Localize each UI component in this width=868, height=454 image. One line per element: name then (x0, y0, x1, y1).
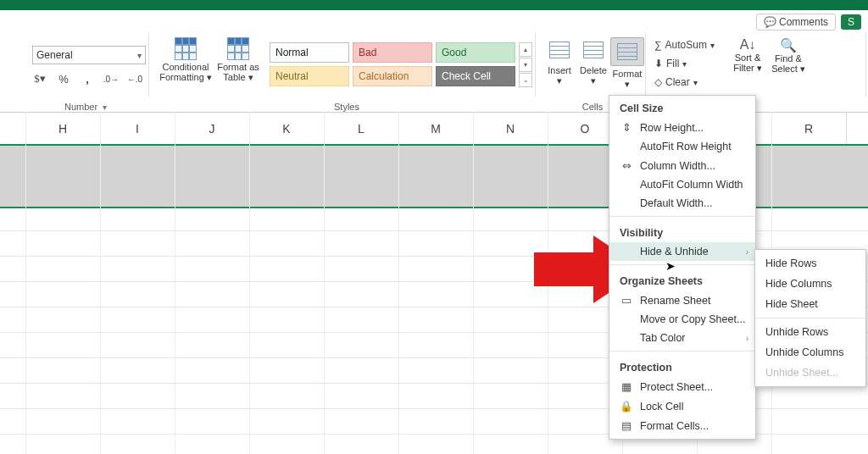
format-menu[interactable]: Cell Size⇕Row Height...AutoFit Row Heigh… (609, 95, 756, 440)
sort-filter-button[interactable]: A↓ Sort & Filter ▾ (727, 37, 768, 74)
conditional-formatting-icon (170, 34, 201, 59)
menu-item-rename-sheet[interactable]: ▭Rename Sheet (609, 291, 755, 310)
column-header[interactable]: L (324, 113, 399, 145)
submenu-arrow-icon: › (746, 334, 748, 343)
menu-item-icon: 🔒 (620, 400, 633, 412)
submenu-item-hide-sheet[interactable]: Hide Sheet (755, 294, 865, 314)
title-bar (0, 0, 868, 10)
submenu-item-unhide-columns[interactable]: Unhide Columns (755, 342, 865, 363)
submenu-item-unhide-sheet-: Unhide Sheet... (755, 363, 865, 383)
submenu-item-hide-rows[interactable]: Hide Rows (755, 253, 865, 274)
number-icons-row: $▾ % , .0→ ←.0 (32, 71, 142, 86)
chevron-down-icon: ▾ (693, 78, 698, 87)
submenu-arrow-icon: › (746, 247, 748, 257)
menu-item-label: Tab Color (640, 332, 686, 344)
percent-format-icon[interactable]: % (56, 71, 71, 86)
decrease-decimal-icon[interactable]: ←.0 (127, 71, 142, 86)
menu-item-column-width-[interactable]: ⇔Column Width... (609, 156, 755, 175)
find-select-button[interactable]: 🔍 Find & Select ▾ (768, 37, 809, 75)
submenu-item-unhide-rows[interactable]: Unhide Rows (755, 322, 865, 342)
chevron-down-icon: ▾ (682, 59, 687, 69)
menu-item-autofit-row-height[interactable]: AutoFit Row Height (609, 137, 755, 156)
column-header[interactable]: R (771, 113, 847, 145)
format-icon (610, 37, 644, 66)
menu-item-default-width-[interactable]: Default Width... (609, 194, 755, 213)
menu-item-icon: ▭ (620, 294, 633, 307)
clear-button[interactable]: ◇Clear▾ (654, 76, 698, 88)
number-format-select[interactable]: General ▾ (32, 46, 146, 64)
column-header[interactable]: H (25, 113, 101, 145)
fill-down-icon: ⬇ (654, 58, 663, 69)
column-header[interactable]: J (175, 113, 250, 145)
menu-item-icon: ▦ (620, 380, 633, 393)
increase-decimal-icon[interactable]: .0→ (103, 71, 119, 86)
sort-icon: A↓ (727, 37, 768, 53)
insert-button[interactable]: Insert▾ (542, 37, 576, 86)
group-label-number: Number▾ (22, 102, 149, 112)
autosum-button[interactable]: ∑AutoSum▾ (654, 39, 715, 51)
gallery-scroll-down[interactable]: ▾ (519, 58, 532, 72)
accounting-format-icon[interactable]: $▾ (32, 71, 47, 86)
ribbon-group-styles: Conditional Formatting ▾ Format as Table… (158, 27, 536, 112)
hide-unhide-submenu[interactable]: Hide RowsHide ColumnsHide SheetUnhide Ro… (754, 249, 866, 387)
format-as-table-icon (223, 34, 253, 59)
menu-item-row-height-[interactable]: ⇕Row Height... (609, 118, 755, 137)
style-good[interactable]: Good (436, 42, 515, 63)
comma-format-icon[interactable]: , (80, 71, 95, 86)
chevron-down-icon: ▾ (137, 51, 142, 60)
menu-item-label: Format Cells... (640, 420, 709, 432)
number-format-value: General (36, 49, 73, 61)
menu-item-protect-sheet-[interactable]: ▦Protect Sheet... (609, 377, 755, 396)
delete-button[interactable]: Delete▾ (576, 37, 610, 86)
menu-item-autofit-column-width[interactable]: AutoFit Column Width (609, 175, 755, 194)
menu-item-tab-color[interactable]: Tab Color› (609, 329, 755, 347)
menu-item-format-cells-[interactable]: ▤Format Cells... (609, 416, 755, 435)
menu-item-icon: ▤ (620, 419, 633, 432)
column-header[interactable]: I (100, 113, 175, 145)
eraser-icon: ◇ (654, 76, 662, 88)
column-header[interactable]: K (249, 113, 325, 145)
gallery-expand[interactable]: ⌄ (519, 73, 532, 87)
menu-section-visibility: Visibility (609, 220, 755, 242)
menu-item-icon: ⇔ (620, 159, 633, 172)
menu-item-label: Lock Cell (640, 401, 683, 412)
menu-item-lock-cell[interactable]: 🔒Lock Cell (609, 396, 755, 416)
group-label-styles: Styles (158, 102, 536, 112)
dialog-launcher-icon[interactable]: ▾ (103, 102, 107, 112)
column-header[interactable]: M (398, 113, 474, 145)
gallery-scroll: ▴ ▾ ⌄ (519, 42, 531, 88)
menu-item-label: Default Width... (640, 197, 712, 209)
fill-button[interactable]: ⬇Fill▾ (654, 58, 687, 69)
sigma-icon: ∑ (654, 39, 662, 51)
menu-item-label: Protect Sheet... (640, 381, 713, 393)
cell-styles-gallery[interactable]: NormalBadGoodNeutralCalculationCheck Cel… (270, 42, 515, 90)
style-check-cell[interactable]: Check Cell (436, 66, 515, 86)
menu-item-label: Column Width... (640, 160, 715, 172)
menu-section-cell-size: Cell Size (609, 96, 755, 118)
chevron-down-icon: ▾ (710, 41, 715, 50)
column-header[interactable]: N (473, 113, 548, 145)
style-normal[interactable]: Normal (270, 42, 349, 63)
ribbon-group-number: General ▾ $▾ % , .0→ ←.0 Number▾ (22, 27, 149, 112)
format-as-table-button[interactable]: Format as Table ▾ (214, 34, 263, 82)
menu-item-icon: ⇕ (620, 121, 633, 134)
style-neutral[interactable]: Neutral (270, 66, 349, 86)
comments-label: Comments (779, 16, 828, 28)
menu-item-label: AutoFit Row Height (640, 141, 732, 152)
gallery-scroll-up[interactable]: ▴ (519, 42, 532, 57)
delete-icon (578, 37, 609, 63)
menu-item-move-or-copy-sheet-[interactable]: Move or Copy Sheet... (609, 310, 755, 329)
menu-item-label: Move or Copy Sheet... (640, 313, 745, 325)
format-button[interactable]: Format▾ (610, 37, 644, 89)
conditional-formatting-button[interactable]: Conditional Formatting ▾ (158, 34, 214, 82)
menu-item-label: AutoFit Column Width (640, 179, 743, 191)
menu-item-hide-unhide[interactable]: Hide & Unhide› (609, 242, 755, 261)
menu-item-label: Rename Sheet (640, 295, 710, 307)
style-calculation[interactable]: Calculation (353, 66, 432, 86)
magnifier-icon: 🔍 (768, 37, 809, 53)
speech-icon: 💬 (764, 16, 776, 28)
app-stage: 💬 Comments S General ▾ $▾ % , .0→ ←.0 Nu… (0, 0, 868, 454)
menu-item-label: Row Height... (640, 122, 704, 134)
submenu-item-hide-columns[interactable]: Hide Columns (755, 274, 865, 294)
style-bad[interactable]: Bad (353, 42, 432, 63)
